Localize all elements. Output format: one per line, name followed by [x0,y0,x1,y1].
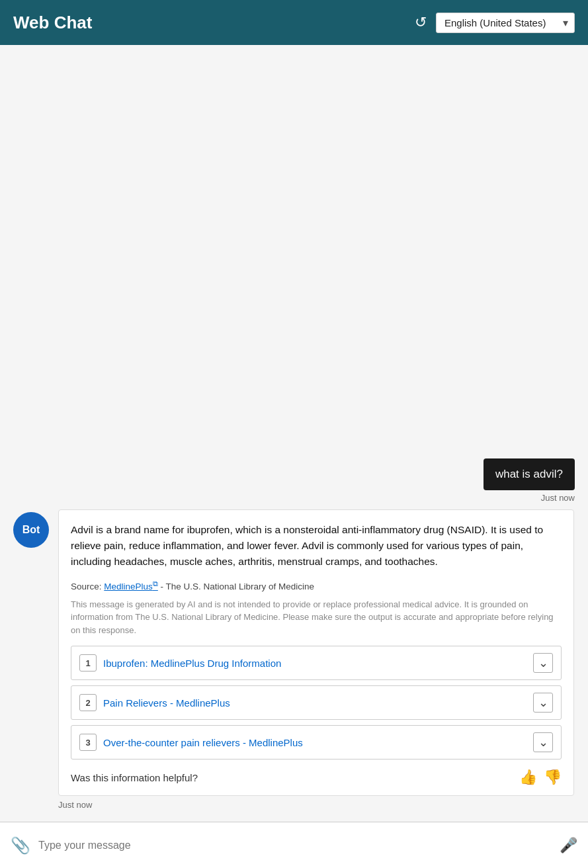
header-controls: ↺ English (United States) Spanish French… [415,13,575,33]
citation-chevron-3[interactable]: ⌄ [533,732,553,752]
feedback-icons: 👍 👎 [519,769,562,786]
chat-spacer [13,58,575,458]
source-line: Source: MedlinePlus⧉ - The U.S. National… [71,579,562,591]
citation-item-2[interactable]: 2 Pain Relievers - MedlinePlus ⌄ [71,685,562,720]
feedback-row: Was this information helpful? 👍 👎 [71,769,562,786]
user-message-timestamp: Just now [13,493,575,503]
citation-left-3: 3 Over-the-counter pain relievers - Medl… [79,734,303,751]
bot-message-timestamp: Just now [58,800,575,810]
input-area: 📎 🎤 [0,822,588,868]
citation-number-2: 2 [79,694,97,711]
source-prefix: Source: [71,582,104,591]
citation-number-1: 1 [79,654,97,672]
thumbs-up-icon[interactable]: 👍 [519,769,537,786]
app-header: Web Chat ↺ English (United States) Spani… [0,0,588,45]
citation-item-3[interactable]: 3 Over-the-counter pain relievers - Medl… [71,725,562,760]
external-link-icon: ⧉ [153,579,158,587]
citation-chevron-1[interactable]: ⌄ [533,653,553,673]
user-message-bubble: what is advil? [483,458,575,490]
citation-list: 1 Ibuprofen: MedlinePlus Drug Informatio… [71,646,562,760]
user-message-wrapper: what is advil? [13,458,575,490]
citation-number-3: 3 [79,734,97,751]
bot-avatar: Bot [13,512,49,548]
citation-left-1: 1 Ibuprofen: MedlinePlus Drug Informatio… [79,654,281,672]
thumbs-down-icon[interactable]: 👎 [544,769,562,786]
refresh-icon[interactable]: ↺ [415,14,427,31]
bot-message-wrapper: Bot Advil is a brand name for ibuprofen,… [13,509,575,796]
microphone-icon[interactable]: 🎤 [560,837,577,854]
citation-title-1: Ibuprofen: MedlinePlus Drug Information [103,658,281,669]
language-select[interactable]: English (United States) Spanish French G… [436,13,575,33]
chat-area: what is advil? Just now Bot Advil is a b… [0,45,588,822]
bot-main-text: Advil is a brand name for ibuprofen, whi… [71,522,562,570]
ai-disclaimer: This message is generated by AI and is n… [71,598,562,637]
feedback-question: Was this information helpful? [71,772,198,783]
citation-title-3: Over-the-counter pain relievers - Medlin… [103,737,303,748]
citation-chevron-2[interactable]: ⌄ [533,693,553,713]
citation-title-2: Pain Relievers - MedlinePlus [103,697,230,709]
citation-left-2: 2 Pain Relievers - MedlinePlus [79,694,230,711]
paperclip-icon[interactable]: 📎 [11,836,30,855]
message-input[interactable] [38,840,552,851]
source-suffix: - The U.S. National Library of Medicine [158,582,314,591]
citation-item-1[interactable]: 1 Ibuprofen: MedlinePlus Drug Informatio… [71,646,562,680]
bot-bubble: Advil is a brand name for ibuprofen, whi… [58,509,574,796]
user-message-text: what is advil? [495,468,563,480]
language-selector-wrapper: English (United States) Spanish French G… [436,13,575,33]
source-link[interactable]: MedlinePlus⧉ [104,582,158,591]
app-title: Web Chat [13,13,92,33]
